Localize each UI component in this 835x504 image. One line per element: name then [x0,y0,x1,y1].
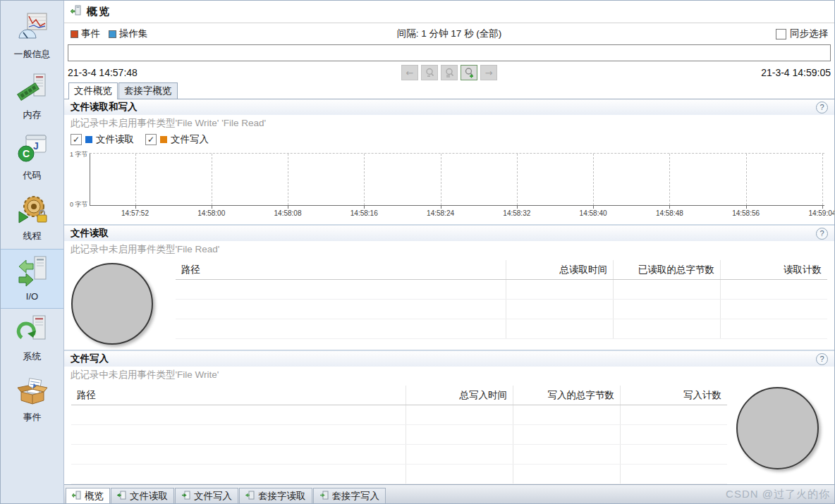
file-read-pie-wrap [71,260,176,350]
file-write-table[interactable]: 路径 总写入时间 写入的总字节数 写入计数 [71,386,727,484]
back-button[interactable]: ← [401,65,418,80]
chart-gridline [746,154,747,205]
table-row [71,425,727,445]
table-row [176,280,827,300]
x-tick-label: 14:58:00 [197,209,225,217]
sidebar-item-memory[interactable]: 内存 [1,67,63,128]
help-icon[interactable]: ? [816,353,828,365]
chart-gridline [593,154,594,205]
watermark: CSDN @过了火的你 [726,488,830,501]
sidebar-item-io[interactable]: I/O [1,249,63,309]
legend-operation-set-label: 操作集 [119,27,148,40]
file-write-checkbox[interactable]: ✓ [145,134,157,145]
file-read-table[interactable]: 路径 总读取时间 已读取的总字节数 读取计数 [176,260,827,350]
file-read-tab-icon [117,491,126,502]
bottom-tab-socket-read[interactable]: 套接字读取 [239,488,312,503]
file-read-table-header: 路径 总读取时间 已读取的总字节数 读取计数 [176,260,827,280]
sidebar-item-label: 事件 [23,411,42,424]
sidebar: 一般信息 内存 [1,1,64,503]
tab-socket-overview[interactable]: 套接字概览 [118,82,178,99]
table-row [71,445,727,465]
y-axis-max-label: 1 字节 [70,150,88,159]
legend-operation-set: 操作集 [109,27,148,40]
column-read-count[interactable]: 读取计数 [720,260,827,279]
bottom-tab-file-write[interactable]: 文件写入 [175,488,238,503]
table-row [176,300,827,319]
help-icon[interactable]: ? [816,228,828,240]
sidebar-item-label: 一般信息 [14,48,51,61]
sidebar-item-label: 系统 [23,350,42,363]
sidebar-item-system[interactable]: 系统 [1,309,63,369]
section-file-read-header: 文件读取 ? [64,226,834,241]
file-read-checkbox[interactable]: ✓ [71,134,82,145]
x-tick-label: 14:58:16 [351,209,378,217]
file-read-label: 文件读取 [96,133,134,146]
section-file-read: 文件读取 ? 此记录中未启用事件类型'File Read' 路径 总读取时间 已… [64,224,834,350]
column-total-bytes-read[interactable]: 已读取的总字节数 [613,260,720,279]
events-icon [16,374,49,409]
io-chart[interactable]: 1 字节 0 字节 14:57:5214:58:0014:58:0814:58:… [70,149,826,220]
threads-icon [16,193,49,228]
bottom-tab-label: 文件读取 [130,490,168,503]
chart-gridline [135,154,136,205]
x-tick-label: 14:57:52 [121,209,149,217]
timeline-controls: 间隔: 1 分钟 17 秒 (全部) 事件 操作集 同步选择 [64,23,834,44]
x-tick-label: 14:58:40 [580,209,607,217]
socket-write-tab-icon [319,491,329,502]
chart-gridline [517,154,518,205]
bottom-tab-label: 文件写入 [194,490,232,503]
section-title: 文件写入 [71,352,109,365]
socket-read-tab-icon [245,491,255,502]
zoom-in-button[interactable] [461,65,477,80]
column-total-write-time[interactable]: 总写入时间 [406,386,513,405]
bottom-tab-label: 套接字读取 [258,490,306,503]
column-path[interactable]: 路径 [71,389,406,402]
x-tick-label: 14:58:24 [427,209,454,217]
bottom-tab-socket-write[interactable]: 套接字写入 [313,488,386,503]
column-path[interactable]: 路径 [176,264,506,276]
forward-button[interactable]: → [480,65,497,80]
overview-icon [71,5,82,18]
tab-file-overview[interactable]: 文件概览 [68,82,118,99]
file-write-toggle[interactable]: ✓ 文件写入 [145,133,209,146]
bottom-tab-label: 概览 [85,490,104,503]
main-panel: 概览 间隔: 1 分钟 17 秒 (全部) 事件 操作集 同步选择 21- [64,1,834,503]
chart-gridline [364,154,365,205]
bottom-tab-file-read[interactable]: 文件读取 [111,488,174,503]
section-title: 文件读取和写入 [71,101,138,113]
sidebar-item-general[interactable]: 一般信息 [1,6,63,67]
io-icon [16,254,49,289]
zoom-out-button[interactable] [421,65,438,80]
column-write-count[interactable]: 写入计数 [620,386,727,405]
sync-selection-control[interactable]: 同步选择 [776,27,828,40]
table-row [71,465,727,484]
file-read-toggle[interactable]: ✓ 文件读取 [71,133,134,146]
help-icon[interactable]: ? [816,102,828,113]
section-title: 文件读取 [71,227,109,240]
section-read-write-header: 文件读取和写入 ? [64,99,834,115]
file-write-tab-icon [181,491,190,502]
chart-gridline [212,154,212,205]
timeline-strip[interactable] [68,44,831,61]
code-icon: J C [16,133,49,167]
chart-plot: 14:57:5214:58:0014:58:0814:58:1614:58:24… [90,153,824,206]
column-total-read-time[interactable]: 总读取时间 [506,260,613,279]
sidebar-item-code[interactable]: J C 代码 [1,128,63,188]
zoom-fit-button[interactable] [441,65,458,80]
time-range-row: 21-3-4 14:57:48 ← → 21-3-4 14:59:05 [64,61,834,84]
x-tick-label: 14:58:56 [732,209,760,217]
file-write-pie-wrap [727,386,827,484]
timeline-nav-buttons: ← → [64,65,834,80]
sidebar-item-events[interactable]: 事件 [1,369,63,430]
bottom-tab-overview[interactable]: 概览 [66,488,110,503]
section-file-write: 文件写入 ? 此记录中未启用事件类型'File Write' 路径 总写入时间 … [64,350,834,484]
memory-icon [16,72,49,106]
interval-label: 间隔: 1 分钟 17 秒 (全部) [64,27,834,40]
column-total-bytes-written[interactable]: 写入的总字节数 [513,386,620,405]
chart-gridline [669,154,670,205]
svg-text:C: C [22,148,29,159]
sync-selection-checkbox[interactable] [776,29,786,39]
sidebar-item-threads[interactable]: 线程 [1,188,63,249]
file-overview-content: 文件读取和写入 ? 此记录中未启用事件类型'File Write' 'File … [64,99,834,484]
overview-tab-icon [72,491,81,502]
